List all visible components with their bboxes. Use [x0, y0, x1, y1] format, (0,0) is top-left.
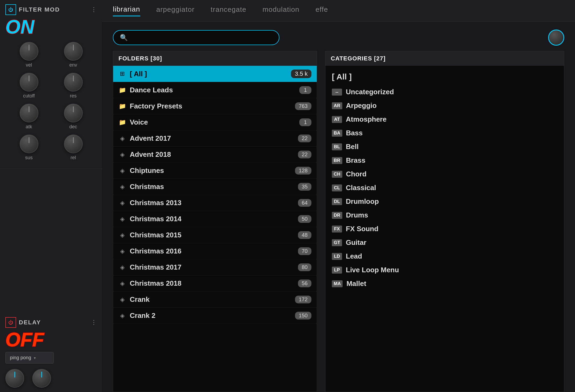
folder-item[interactable]: ◈ Crank 172 [113, 292, 317, 308]
tab-trancegate[interactable]: trancegate [211, 5, 246, 16]
filter-mod-power-button[interactable]: ⏻ [5, 4, 16, 15]
env-knob[interactable] [64, 42, 83, 61]
category-name: Lead [346, 252, 362, 260]
dial-small[interactable] [548, 30, 564, 46]
category-badge: BR [332, 157, 342, 164]
folder-name: Chiptunes [130, 166, 291, 175]
folder-name: Crank 2 [130, 311, 291, 320]
category-all-item[interactable]: [ All ] [325, 68, 564, 85]
cutoff-knob[interactable] [20, 73, 38, 92]
category-item[interactable]: BR Brass [325, 154, 564, 167]
res-knob-container: res [55, 73, 91, 99]
sus-label: sus [25, 155, 33, 161]
category-item[interactable]: CL Classical [325, 181, 564, 195]
folder-name: Christmas 2016 [130, 247, 294, 255]
category-badge: DL [332, 198, 342, 205]
cube-icon: ◈ [118, 296, 126, 303]
folder-item[interactable]: 📁 Factory Presets 763 [113, 98, 317, 114]
folder-name: [ All ] [130, 70, 287, 78]
category-item[interactable]: BL Bell [325, 140, 564, 154]
cube-icon: ◈ [118, 135, 126, 142]
tab-modulation[interactable]: modulation [263, 5, 299, 16]
cutoff-label: cutoff [23, 93, 35, 99]
content-area: FOLDERS [30] ⊞ [ All ] 3.5 k 📁 Dance Lea… [102, 51, 575, 392]
sus-knob[interactable] [20, 135, 38, 153]
category-item[interactable]: BA Bass [325, 126, 564, 140]
category-badge: AT [332, 116, 342, 123]
tab-effe[interactable]: effe [315, 5, 328, 16]
folder-item[interactable]: ⊞ [ All ] 3.5 k [113, 66, 317, 82]
folders-header: FOLDERS [30] [113, 51, 317, 66]
folder-item[interactable]: 📁 Voice 1 [113, 114, 317, 130]
delay-knob-2[interactable] [32, 369, 51, 388]
folder-item[interactable]: ◈ Christmas 2014 50 [113, 211, 317, 227]
folder-count: 1 [299, 118, 311, 126]
category-name: Chord [346, 170, 367, 178]
tab-librarian[interactable]: librarian [113, 5, 140, 16]
category-badge: -- [332, 89, 342, 96]
delay-power-button[interactable]: ⏻ [5, 317, 16, 328]
cube-icon: ◈ [118, 248, 126, 255]
category-item[interactable]: CH Chord [325, 167, 564, 181]
env-label: env [69, 62, 77, 68]
dec-label: dec [69, 124, 77, 130]
category-item[interactable]: GT Guitar [325, 236, 564, 249]
category-item[interactable]: AR Arpeggio [325, 99, 564, 112]
category-item[interactable]: LD Lead [325, 249, 564, 263]
folder-item[interactable]: ◈ Christmas 2017 80 [113, 259, 317, 275]
search-input[interactable] [132, 34, 272, 41]
folder-item[interactable]: ◈ Chiptunes 128 [113, 163, 317, 179]
folder-item[interactable]: ◈ Christmas 2013 64 [113, 195, 317, 211]
search-icon: 🔍 [120, 34, 128, 41]
folder-name: Voice [130, 118, 296, 126]
folders-list: ⊞ [ All ] 3.5 k 📁 Dance Leads 1 📁 Factor… [113, 66, 317, 392]
res-knob[interactable] [64, 73, 83, 92]
res-label: res [70, 93, 77, 99]
folder-name: Advent 2017 [130, 134, 294, 143]
folder-item[interactable]: ◈ Christmas 2015 48 [113, 227, 317, 243]
env-knob-container: env [55, 42, 91, 68]
category-item[interactable]: DR Drums [325, 208, 564, 222]
atk-knob-container: atk [11, 104, 47, 130]
tab-arpeggiator[interactable]: arpeggiator [156, 5, 195, 16]
folder-item[interactable]: ◈ Christmas 35 [113, 179, 317, 195]
category-item[interactable]: -- Uncategorized [325, 85, 564, 99]
folder-count: 80 [298, 263, 311, 271]
delay-knob-1[interactable] [5, 369, 24, 388]
folder-count: 70 [298, 247, 311, 255]
dec-knob[interactable] [64, 104, 83, 122]
category-item[interactable]: AT Atmosphere [325, 112, 564, 126]
folder-count: 22 [298, 135, 311, 142]
folder-item[interactable]: ◈ Christmas 2018 56 [113, 275, 317, 292]
folder-count: 172 [295, 296, 311, 303]
category-item[interactable]: LP Live Loop Menu [325, 263, 564, 277]
category-badge: DR [332, 212, 342, 219]
delay-section: ⏻ DELAY ⋮ OFF ping pong ▾ [0, 313, 102, 392]
folders-panel: FOLDERS [30] ⊞ [ All ] 3.5 k 📁 Dance Lea… [113, 51, 317, 392]
rel-knob[interactable] [64, 135, 83, 153]
category-name: Uncategorized [346, 88, 394, 96]
delay-menu-icon[interactable]: ⋮ [91, 319, 97, 326]
atk-knob[interactable] [20, 104, 38, 122]
delay-header: ⏻ DELAY ⋮ [5, 317, 97, 328]
cube-icon: ◈ [118, 232, 126, 239]
folder-name: Christmas 2013 [130, 199, 294, 207]
filter-mod-title: FILTER MOD [19, 6, 60, 13]
folder-item[interactable]: 📁 Dance Leads 1 [113, 82, 317, 98]
category-name: Live Loop Menu [346, 266, 399, 274]
folder-count: 150 [295, 312, 311, 320]
category-item[interactable]: MA Mallet [325, 277, 564, 291]
filter-mod-menu-icon[interactable]: ⋮ [91, 6, 97, 13]
folder-item[interactable]: ◈ Advent 2018 22 [113, 147, 317, 163]
category-name: FX Sound [346, 225, 378, 233]
category-badge: CL [332, 184, 342, 191]
category-item[interactable]: DL Drumloop [325, 195, 564, 208]
vel-knob[interactable] [20, 42, 38, 61]
category-item[interactable]: FX FX Sound [325, 222, 564, 236]
folder-name: Dance Leads [130, 86, 296, 94]
folder-item[interactable]: ◈ Crank 2 150 [113, 308, 317, 324]
cube-icon: ◈ [118, 280, 126, 287]
ping-pong-dropdown[interactable]: ping pong ▾ [5, 352, 54, 364]
folder-item[interactable]: ◈ Christmas 2016 70 [113, 243, 317, 259]
folder-item[interactable]: ◈ Advent 2017 22 [113, 130, 317, 147]
